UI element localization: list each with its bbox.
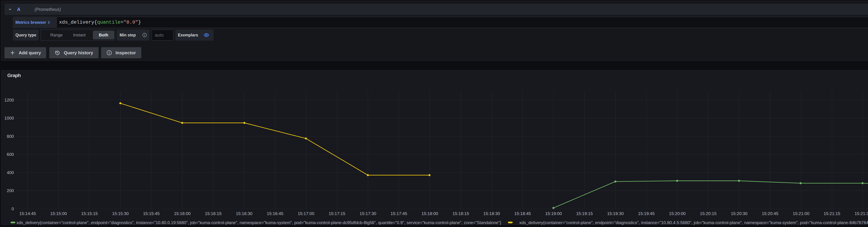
svg-text:15:16:00: 15:16:00: [174, 211, 191, 216]
svg-text:15:21:00: 15:21:00: [793, 211, 809, 216]
svg-text:15:16:45: 15:16:45: [267, 211, 283, 216]
svg-text:15:19:00: 15:19:00: [545, 211, 562, 216]
svg-text:15:18:45: 15:18:45: [515, 211, 531, 216]
svg-text:15:15:00: 15:15:00: [50, 211, 67, 216]
svg-text:15:14:45: 15:14:45: [19, 211, 36, 216]
svg-text:15:17:00: 15:17:00: [298, 211, 314, 216]
svg-text:15:15:45: 15:15:45: [143, 211, 160, 216]
svg-text:15:17:45: 15:17:45: [391, 211, 407, 216]
svg-text:15:21:30: 15:21:30: [855, 211, 868, 216]
svg-text:15:19:45: 15:19:45: [638, 211, 655, 216]
svg-text:15:20:15: 15:20:15: [700, 211, 717, 216]
svg-text:15:15:30: 15:15:30: [112, 211, 129, 216]
svg-text:15:15:15: 15:15:15: [81, 211, 98, 216]
svg-text:600: 600: [7, 152, 14, 157]
svg-text:15:17:30: 15:17:30: [360, 211, 376, 216]
svg-text:0: 0: [11, 206, 14, 211]
svg-text:15:18:15: 15:18:15: [453, 211, 469, 216]
svg-text:1000: 1000: [4, 116, 14, 121]
svg-text:15:18:30: 15:18:30: [483, 211, 500, 216]
svg-text:15:20:45: 15:20:45: [762, 211, 778, 216]
svg-text:1200: 1200: [4, 98, 14, 102]
svg-text:15:18:00: 15:18:00: [422, 211, 438, 216]
svg-text:15:21:15: 15:21:15: [824, 211, 840, 216]
svg-text:xds_delivery{container="contro: xds_delivery{container="control-plane", …: [17, 220, 501, 225]
svg-text:15:19:30: 15:19:30: [607, 211, 624, 216]
svg-text:15:19:15: 15:19:15: [576, 211, 593, 216]
svg-text:xds_delivery{container="contro: xds_delivery{container="control-plane", …: [519, 220, 868, 225]
svg-text:15:16:30: 15:16:30: [236, 211, 253, 216]
svg-text:800: 800: [7, 134, 14, 139]
svg-text:15:16:15: 15:16:15: [205, 211, 221, 216]
svg-text:15:17:15: 15:17:15: [329, 211, 345, 216]
svg-text:200: 200: [7, 188, 14, 193]
svg-text:15:20:30: 15:20:30: [731, 211, 747, 216]
svg-text:400: 400: [7, 170, 14, 175]
svg-text:15:20:00: 15:20:00: [669, 211, 686, 216]
